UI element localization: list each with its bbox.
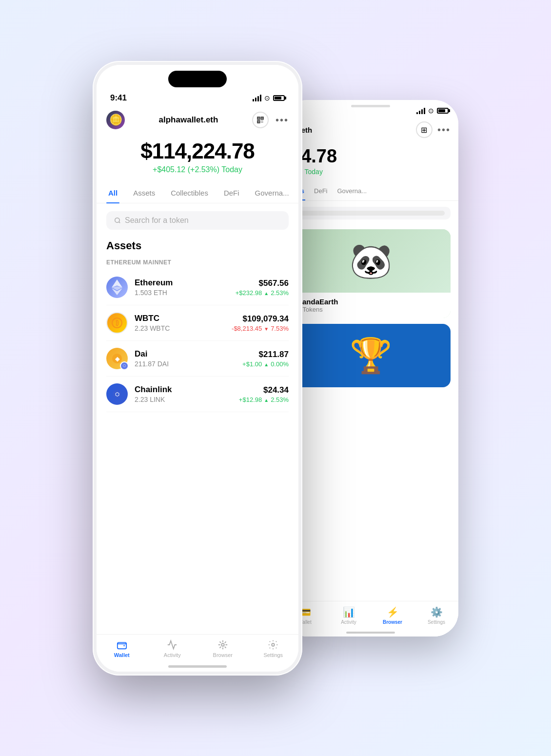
wbtc-usd: $109,079.34 <box>232 314 289 324</box>
back-browser-label: Browser <box>383 619 402 625</box>
avatar-emoji: 🪙 <box>109 114 122 126</box>
collectibles-section: 🐼 PandaEarth 2 Tokens 🏆 <box>283 225 458 391</box>
back-activity-icon: 📊 <box>343 606 355 618</box>
settings-nav-icon <box>268 639 278 650</box>
phone-back: ⊙ ...t.eth ⊞ ••• 24.78 3%) Today bles <box>283 100 458 637</box>
back-nav-browser[interactable]: ⚡ Browser <box>371 606 414 625</box>
network-label: ETHEREUM MAINNET <box>106 259 289 266</box>
wbtc-icon: ₿ <box>106 312 128 334</box>
phones-container: ⊙ ...t.eth ⊞ ••• 24.78 3%) Today bles <box>93 61 458 695</box>
svg-rect-3 <box>258 118 259 119</box>
back-tabs: bles DeFi Governa... <box>283 183 458 201</box>
svg-point-19 <box>221 643 224 646</box>
back-settings-label: Settings <box>428 619 445 625</box>
search-icon <box>114 217 121 224</box>
more-button[interactable]: ••• <box>276 115 289 126</box>
nav-browser[interactable]: Browser <box>197 639 248 658</box>
panda-count: 2 Tokens <box>297 306 444 313</box>
back-activity-label: Activity <box>341 619 356 625</box>
dai-eth-badge: ⬡ <box>120 361 129 370</box>
back-tab-defi[interactable]: DeFi <box>313 183 328 200</box>
link-name: Chainlink <box>135 385 232 395</box>
eth-change: +$232.98 2.53% <box>236 289 289 297</box>
svg-rect-8 <box>261 122 261 122</box>
back-status-bar: ⊙ <box>283 100 458 119</box>
back-home-indicator <box>346 632 395 634</box>
link-info: Chainlink 2.23 LINK <box>135 385 232 403</box>
dai-balance: 211.87 DAI <box>135 360 236 368</box>
wbtc-info: WBTC 2.23 WBTC <box>135 314 225 332</box>
eth-balance: 1.503 ETH <box>135 289 229 297</box>
svg-point-20 <box>272 643 275 646</box>
wbtc-trend-icon <box>264 325 269 332</box>
back-tab-governance[interactable]: Governa... <box>336 183 368 200</box>
search-bar[interactable]: Search for a token <box>106 211 289 230</box>
svg-text:₿: ₿ <box>116 319 119 327</box>
back-wifi-icon: ⊙ <box>428 107 434 115</box>
search-section: Search for a token <box>97 203 298 238</box>
panda-earth-card[interactable]: 🐼 PandaEarth 2 Tokens <box>291 229 451 318</box>
back-balance-change: 3%) Today <box>283 168 458 183</box>
back-signal-icon <box>416 107 425 114</box>
tab-defi[interactable]: DeFi <box>222 184 241 203</box>
back-notch-pill <box>351 105 390 107</box>
back-nav-activity[interactable]: 📊 Activity <box>327 606 371 625</box>
browser-nav-icon <box>217 639 228 650</box>
back-balance-amount: 24.78 <box>283 143 458 168</box>
back-status-icons: ⊙ <box>416 107 449 115</box>
dai-name: Dai <box>135 349 236 359</box>
asset-item-dai[interactable]: ◈ ⬡ Dai 211.87 DAI $211.87 +$1.00 0.00% <box>106 341 289 377</box>
eth-info: Ethereum 1.503 ETH <box>135 278 229 297</box>
browser-nav-label: Browser <box>213 652 233 658</box>
nav-wallet[interactable]: Wallet <box>97 639 147 658</box>
panda-name: PandaEarth <box>297 298 444 306</box>
asset-item-wbtc[interactable]: ₿ WBTC 2.23 WBTC $109,079.34 -$8,213.45 … <box>106 305 289 341</box>
dai-usd: $211.87 <box>242 350 289 359</box>
svg-rect-4 <box>262 118 263 119</box>
status-icons: ⊙ <box>253 94 285 102</box>
svg-rect-9 <box>262 122 263 122</box>
link-icon: ⬡ <box>106 383 128 405</box>
svg-text:⬡: ⬡ <box>115 392 119 397</box>
eth-usd: $567.56 <box>236 279 289 288</box>
back-nav-settings[interactable]: ⚙️ Settings <box>414 606 458 625</box>
svg-rect-6 <box>261 120 261 121</box>
wbtc-value: $109,079.34 -$8,213.45 7.53% <box>232 314 289 332</box>
eth-icon <box>106 277 128 298</box>
panda-info: PandaEarth 2 Tokens <box>291 293 451 318</box>
back-more-button[interactable]: ••• <box>437 124 451 136</box>
assets-section: Assets ETHEREUM MAINNET Ethereum 1.503 E… <box>97 238 298 412</box>
balance-amount: $114,224.78 <box>106 139 289 163</box>
wbtc-name: WBTC <box>135 314 225 323</box>
balance-section: $114,224.78 +$405.12 (+2.53%) Today <box>97 135 298 184</box>
link-change: +$12.98 2.53% <box>239 396 289 403</box>
back-settings-icon: ⚙️ <box>431 606 443 618</box>
tab-collectibles[interactable]: Collectibles <box>169 184 210 203</box>
dynamic-island <box>168 71 227 87</box>
trophy-card[interactable]: 🏆 <box>291 324 451 387</box>
svg-point-10 <box>115 218 119 222</box>
asset-item-link[interactable]: ⬡ Chainlink 2.23 LINK $24.34 +$12.98 2.5… <box>106 377 289 412</box>
balance-change: +$405.12 (+2.53%) Today <box>106 165 289 174</box>
avatar[interactable]: 🪙 <box>106 111 125 129</box>
nav-settings[interactable]: Settings <box>248 639 299 658</box>
activity-nav-icon <box>167 639 177 650</box>
link-usd: $24.34 <box>239 385 289 395</box>
tab-assets[interactable]: Assets <box>131 184 157 203</box>
wallet-nav-icon <box>117 639 127 650</box>
back-battery-icon <box>437 108 449 114</box>
tab-all[interactable]: All <box>106 184 119 203</box>
back-qr-button[interactable]: ⊞ <box>416 121 433 138</box>
panda-image: 🐼 <box>291 229 451 293</box>
nav-activity[interactable]: Activity <box>147 639 198 658</box>
tab-governance[interactable]: Governa... <box>253 184 291 203</box>
asset-item-eth[interactable]: Ethereum 1.503 ETH $567.56 +$232.98 2.53… <box>106 270 289 305</box>
activity-nav-label: Activity <box>164 652 181 658</box>
qr-button[interactable] <box>252 112 269 128</box>
eth-value: $567.56 +$232.98 2.53% <box>236 279 289 297</box>
dai-trend-icon <box>264 360 269 368</box>
wallet-header: 🪙 alphawallet.eth ••• <box>97 107 298 135</box>
back-qr-icon: ⊞ <box>421 125 427 135</box>
wifi-icon: ⊙ <box>264 94 270 102</box>
dai-info: Dai 211.87 DAI <box>135 349 236 368</box>
